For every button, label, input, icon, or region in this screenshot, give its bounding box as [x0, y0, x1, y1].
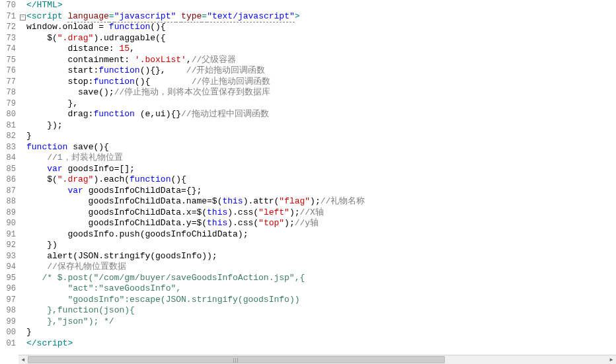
line-number: 92	[0, 240, 16, 251]
line-number: 76	[0, 65, 16, 77]
line-number: 96	[0, 283, 16, 295]
fold-cell	[19, 338, 26, 349]
code-line[interactable]: <script language="javascript" type="text…	[26, 11, 616, 22]
fold-minus-icon[interactable]: −	[20, 15, 26, 20]
fold-cell	[19, 0, 26, 11]
fold-cell	[19, 327, 26, 338]
fold-cell	[19, 142, 26, 153]
code-line[interactable]: distance: 15,	[26, 44, 616, 55]
fold-cell	[19, 87, 26, 98]
code-line[interactable]: },function(json){	[26, 305, 616, 316]
line-number: 94	[0, 262, 16, 273]
line-number: 88	[0, 196, 16, 207]
line-number: 86	[0, 174, 16, 186]
scroll-left-arrow[interactable]: ◄	[19, 355, 28, 365]
fold-cell	[19, 283, 26, 295]
line-number: 79	[0, 98, 16, 110]
fold-column[interactable]: −	[19, 0, 26, 355]
code-line[interactable]: goodsInfo.push(goodsInfoChildData);	[26, 229, 616, 240]
code-line[interactable]: //保存礼物位置数据	[26, 262, 616, 273]
code-line[interactable]: "goodsInfo":escape(JSON.stringify(goodsI…	[26, 295, 616, 306]
fold-cell	[19, 164, 26, 175]
code-line[interactable]: drag:function (e,ui){}//拖动过程中回调函数	[26, 109, 616, 120]
code-line[interactable]: });	[26, 120, 616, 131]
code-line[interactable]: },"json"); */	[26, 316, 616, 328]
fold-cell	[19, 229, 26, 240]
scrollbar-thumb[interactable]	[28, 356, 445, 363]
line-number: 77	[0, 77, 16, 88]
line-number: 78	[0, 87, 16, 98]
fold-cell	[19, 295, 26, 306]
fold-cell	[19, 22, 26, 33]
line-number: 81	[0, 120, 16, 131]
code-line[interactable]: $(".drag").each(function(){	[26, 174, 616, 186]
scrollbar-track[interactable]	[28, 355, 607, 365]
line-number: 82	[0, 131, 16, 142]
code-line[interactable]: "act":"saveGoodsInfo",	[26, 283, 616, 295]
line-number: 74	[0, 44, 16, 55]
line-number: 71	[0, 11, 16, 22]
code-line[interactable]: save();//停止拖动，则将本次位置保存到数据库	[26, 87, 616, 98]
fold-cell	[19, 305, 26, 316]
line-number: 91	[0, 229, 16, 240]
fold-cell	[19, 77, 26, 88]
code-line[interactable]: $(".drag").udraggable({	[26, 33, 616, 44]
line-number: 98	[0, 305, 16, 316]
code-line[interactable]: goodsInfoChildData.y=$(this).css("top");…	[26, 218, 616, 229]
fold-cell	[19, 174, 26, 186]
line-number: 85	[0, 164, 16, 175]
fold-cell	[19, 55, 26, 66]
fold-cell	[19, 131, 26, 142]
line-number: 80	[0, 109, 16, 120]
code-line[interactable]: function save(){	[26, 142, 616, 153]
line-number: 87	[0, 186, 16, 197]
fold-cell	[19, 98, 26, 110]
code-line[interactable]: window.onload = function(){	[26, 22, 616, 33]
code-line[interactable]: stop:function(){ //停止拖动回调函数	[26, 77, 616, 88]
code-line[interactable]: }	[26, 327, 616, 338]
line-number: 89	[0, 207, 16, 219]
code-line[interactable]: alert(JSON.stringify(goodsInfo));	[26, 251, 616, 262]
line-number: 95	[0, 273, 16, 284]
code-line[interactable]: /* $.post("/com/gm/buyer/saveGoodsInfoAc…	[26, 273, 616, 284]
fold-cell	[19, 153, 26, 164]
code-line[interactable]: </HTML>	[26, 0, 616, 11]
code-line[interactable]: //1，封装礼物位置	[26, 153, 616, 164]
fold-cell	[19, 196, 26, 207]
code-line[interactable]: var goodsInfo=[];	[26, 164, 616, 175]
code-line[interactable]: goodsInfoChildData.x=$(this).css("left")…	[26, 207, 616, 219]
line-number: 99	[0, 316, 16, 328]
line-number-gutter: 7071727374757677787980818283848586878889…	[0, 0, 19, 355]
code-line[interactable]: }	[26, 131, 616, 142]
line-number: 90	[0, 218, 16, 229]
code-line[interactable]: start:function(){}, //开始拖动回调函数	[26, 65, 616, 77]
line-number: 70	[0, 0, 16, 11]
line-number: 97	[0, 295, 16, 306]
line-number: 01	[0, 338, 16, 349]
line-number: 84	[0, 153, 16, 164]
fold-cell	[19, 109, 26, 120]
code-editor[interactable]: 7071727374757677787980818283848586878889…	[0, 0, 616, 355]
line-number: 75	[0, 55, 16, 66]
fold-cell	[19, 120, 26, 131]
scroll-right-arrow[interactable]: ►	[607, 355, 616, 365]
fold-cell	[19, 273, 26, 284]
code-line[interactable]: containment: '.boxList',//父级容器	[26, 55, 616, 66]
horizontal-scrollbar[interactable]: ◄ ►	[19, 355, 616, 364]
code-line[interactable]: </script>	[26, 338, 616, 349]
fold-cell	[19, 251, 26, 262]
fold-cell	[19, 218, 26, 229]
fold-cell	[19, 65, 26, 77]
fold-cell[interactable]: −	[19, 11, 26, 22]
fold-cell	[19, 316, 26, 328]
line-number: 72	[0, 22, 16, 33]
fold-cell	[19, 207, 26, 219]
line-number: 83	[0, 142, 16, 153]
fold-cell	[19, 262, 26, 273]
code-line[interactable]: var goodsInfoChildData={};	[26, 186, 616, 197]
code-line[interactable]: })	[26, 240, 616, 251]
code-line[interactable]: goodsInfoChildData.name=$(this).attr("fl…	[26, 196, 616, 207]
fold-cell	[19, 186, 26, 197]
code-content[interactable]: </HTML><script language="javascript" typ…	[26, 0, 616, 355]
code-line[interactable]: },	[26, 98, 616, 110]
